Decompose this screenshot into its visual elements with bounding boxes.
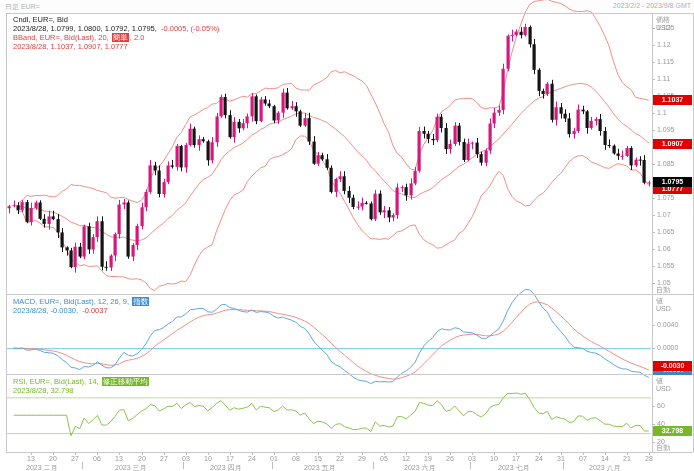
axis-tickmark — [652, 249, 655, 250]
axis-tick-label: 1.11 — [657, 75, 670, 83]
legend-line-macd-1: MACD, EUR=, Bid(Last), 12, 26, 9, 指数 — [12, 297, 149, 306]
axis-header-main: 価格 — [656, 16, 670, 24]
axis-tickmark — [652, 62, 655, 63]
legend-segment: 指数 — [132, 297, 149, 306]
time-tick-label: 01 — [266, 455, 282, 462]
legend-segment: -0.0037 — [81, 306, 108, 315]
axis-tick-label: 60 — [657, 402, 665, 410]
axis-tickmark — [652, 113, 655, 114]
month-label: 2023 八月 — [589, 463, 621, 471]
legend-line-main-3: BBand, EUR=, Bid(Last), 20, 簡単, 2.0 — [12, 33, 145, 42]
time-tick-label: 13 — [23, 455, 39, 462]
month-separator — [470, 462, 471, 469]
axis-header-rsi: 値 — [656, 377, 663, 385]
axis-tick-label: 1.12 — [657, 41, 671, 49]
price-badge: 32.798 — [653, 426, 692, 436]
month-label: 2023 四月 — [210, 463, 242, 471]
legend-segment: 2023/8/28, 1.0799, 1.0800, 1.0792, 1.079… — [12, 24, 160, 33]
time-tick-label: 24 — [531, 455, 547, 462]
legend-segment: 2023/8/28, 32.798 — [12, 386, 74, 395]
month-label: 2023 五月 — [304, 463, 336, 471]
time-tick-label: 14 — [597, 455, 613, 462]
month-label: 2023 二月 — [26, 463, 58, 471]
axis-tickmark — [652, 79, 655, 80]
month-label: 2023 七月 — [498, 463, 530, 471]
time-tick-label: 19 — [420, 455, 436, 462]
axis-tick-label: 1.075 — [657, 194, 675, 202]
axis-tickmark — [652, 406, 655, 407]
time-tick-label: 15 — [310, 455, 326, 462]
axis-auto-label[interactable]: 自動 — [656, 286, 670, 294]
axis-tick-label: 1.095 — [657, 126, 675, 134]
time-tick-label: 27 — [156, 455, 172, 462]
time-tick-label: 10 — [200, 455, 216, 462]
axis-tickmark — [652, 283, 655, 284]
axis-tick-label: 1.055 — [657, 262, 675, 270]
axis-tickmark — [652, 325, 655, 326]
time-tick-label: 31 — [553, 455, 569, 462]
axis-tick-label: 1.125 — [657, 24, 675, 32]
axis-auto-label[interactable]: 自動 — [656, 444, 670, 452]
time-tick-label: 27 — [67, 455, 83, 462]
time-tick-label: 08 — [288, 455, 304, 462]
legend-segment: 2023/8/28, 1.1037, 1.0907, 1.0777 — [12, 42, 129, 51]
time-tick-label: 07 — [575, 455, 591, 462]
chart-window: 日足 EUR= 2023/2/2 - 2023/9/8 GMT Cndl, EU… — [0, 0, 694, 471]
price-badge: 1.0795 — [653, 177, 692, 187]
time-tick-label: 05 — [376, 455, 392, 462]
price-badge: 1.0907 — [653, 139, 692, 149]
axis-tick-label: 1.085 — [657, 160, 675, 168]
time-tick-label: 03 — [178, 455, 194, 462]
time-tick-label: 03 — [464, 455, 480, 462]
time-tick-label: 22 — [332, 455, 348, 462]
time-tick-label: 17 — [222, 455, 238, 462]
price-badge: 1.1037 — [653, 95, 692, 105]
time-tick-label: 24 — [244, 455, 260, 462]
chart-border-bottom — [6, 452, 693, 453]
panel-divider-rsi — [6, 374, 693, 375]
legend-segment: 簡単 — [112, 33, 129, 42]
month-label: 2023 三月 — [115, 463, 147, 471]
time-tick-label: 17 — [508, 455, 524, 462]
month-separator — [272, 462, 273, 469]
legend-segment: RSI, EUR=, Bid(Last), 14, — [12, 377, 102, 386]
time-tick-label: 10 — [486, 455, 502, 462]
legend-segment: -0.0005, (-0.05%) — [160, 24, 220, 33]
time-tick-label: 06 — [89, 455, 105, 462]
month-separator — [563, 462, 564, 469]
price-badge: -0.0030 — [653, 361, 692, 371]
time-tick-label: 20 — [45, 455, 61, 462]
month-label: 2023 六月 — [404, 463, 436, 471]
legend-line-macd-2: 2023/8/28, -0.0030, -0.0037 — [12, 306, 109, 315]
legend-segment: , 2.0 — [129, 33, 146, 42]
legend-line-rsi-2: 2023/8/28, 32.798 — [12, 386, 74, 395]
legend-line-main-2: 2023/8/28, 1.0799, 1.0800, 1.0792, 1.079… — [12, 24, 220, 33]
chart-border-top — [6, 13, 693, 14]
axis-header-macd: USD — [656, 305, 671, 313]
time-tick-label: 29 — [354, 455, 370, 462]
time-tick-label: 21 — [619, 455, 635, 462]
legend-segment: 2023/8/28, -0.0030, — [12, 306, 81, 315]
axis-tickmark — [652, 266, 655, 267]
axis-tickmark — [652, 232, 655, 233]
axis-tick-label: 1.065 — [657, 228, 675, 236]
time-tick-label: 28 — [641, 455, 657, 462]
axis-tickmark — [652, 130, 655, 131]
axis-tickmark — [652, 45, 655, 46]
axis-tick-label: 1.07 — [657, 211, 671, 219]
chart-overlay: Cndl, EUR=, Bid2023/8/28, 1.0799, 1.0800… — [0, 0, 694, 471]
legend-line-main-1: Cndl, EUR=, Bid — [12, 15, 69, 24]
legend-line-rsi-1: RSI, EUR=, Bid(Last), 14, 修正移動平均 — [12, 377, 149, 386]
axis-tickmark — [652, 164, 655, 165]
axis-tickmark — [652, 424, 655, 425]
time-tick-label: 26 — [442, 455, 458, 462]
axis-tickmark — [652, 215, 655, 216]
axis-header-macd: 値 — [656, 297, 663, 305]
axis-header-rsi: USD — [656, 385, 671, 393]
month-separator — [183, 462, 184, 469]
chart-border-left — [6, 13, 7, 452]
time-tick-label: 13 — [111, 455, 127, 462]
axis-tick-label: 1.06 — [657, 245, 671, 253]
legend-segment: 修正移動平均 — [102, 377, 149, 386]
legend-line-main-4: 2023/8/28, 1.1037, 1.0907, 1.0777 — [12, 42, 129, 51]
